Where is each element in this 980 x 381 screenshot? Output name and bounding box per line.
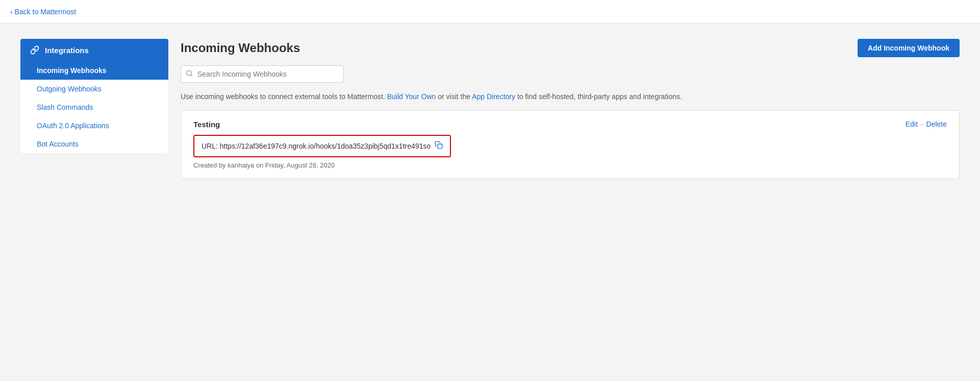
webhook-name: Testing	[193, 120, 220, 129]
delete-link[interactable]: Delete	[926, 120, 947, 128]
sidebar-item-bot-accounts[interactable]: Bot Accounts	[20, 135, 168, 153]
sidebar-item-oauth-applications[interactable]: OAuth 2.0 Applications	[20, 116, 168, 135]
search-input[interactable]	[181, 65, 344, 83]
integrations-icon	[30, 45, 40, 55]
edit-link[interactable]: Edit	[906, 120, 918, 128]
webhook-actions: Edit - Delete	[906, 120, 947, 128]
sidebar-header-label: Integrations	[45, 46, 89, 55]
sidebar-item-slash-commands[interactable]: Slash Commands	[20, 98, 168, 116]
build-your-own-link[interactable]: Build Your Own	[387, 92, 436, 101]
created-text: Created by kanhaiya on Friday, August 28…	[193, 161, 947, 169]
webhook-card-header: Testing Edit - Delete	[193, 120, 947, 129]
sidebar: Integrations Incoming Webhooks Outgoing …	[20, 39, 168, 153]
webhook-card: Testing Edit - Delete URL: https://12af3…	[181, 110, 960, 179]
url-label: URL:	[202, 142, 218, 150]
search-wrapper	[181, 65, 344, 83]
sidebar-header[interactable]: Integrations	[20, 39, 168, 61]
add-incoming-webhook-button[interactable]: Add Incoming Webhook	[858, 39, 960, 57]
svg-line-1	[191, 75, 192, 76]
svg-rect-2	[438, 144, 442, 149]
url-text: URL: https://12af36e197c9.ngrok.io/hooks…	[202, 142, 431, 150]
main-content: Incoming Webhooks Add Incoming Webhook U…	[181, 39, 960, 366]
description-before-link1: Use incoming webhooks to connect externa…	[181, 92, 387, 101]
webhooks-list: Testing Edit - Delete URL: https://12af3…	[181, 110, 960, 179]
description-between: or visit the	[436, 92, 472, 101]
description-text: Use incoming webhooks to connect externa…	[181, 91, 742, 102]
back-link[interactable]: ‹ Back to Mattermost	[10, 8, 76, 16]
top-bar: ‹ Back to Mattermost	[0, 0, 980, 23]
copy-icon[interactable]	[435, 141, 443, 151]
app-directory-link[interactable]: App Directory	[472, 92, 515, 101]
url-value-text: https://12af36e197c9.ngrok.io/hooks/1doa…	[220, 142, 431, 150]
action-separator: -	[921, 120, 923, 128]
search-icon	[186, 70, 193, 79]
sidebar-item-outgoing-webhooks[interactable]: Outgoing Webhooks	[20, 80, 168, 98]
page-title: Incoming Webhooks	[181, 41, 300, 55]
sidebar-item-incoming-webhooks[interactable]: Incoming Webhooks	[20, 61, 168, 80]
page-wrapper: Integrations Incoming Webhooks Outgoing …	[0, 23, 980, 381]
content-header: Incoming Webhooks Add Incoming Webhook	[181, 39, 960, 57]
url-box: URL: https://12af36e197c9.ngrok.io/hooks…	[193, 135, 451, 157]
description-after: to find self-hosted, third-party apps an…	[515, 92, 682, 101]
